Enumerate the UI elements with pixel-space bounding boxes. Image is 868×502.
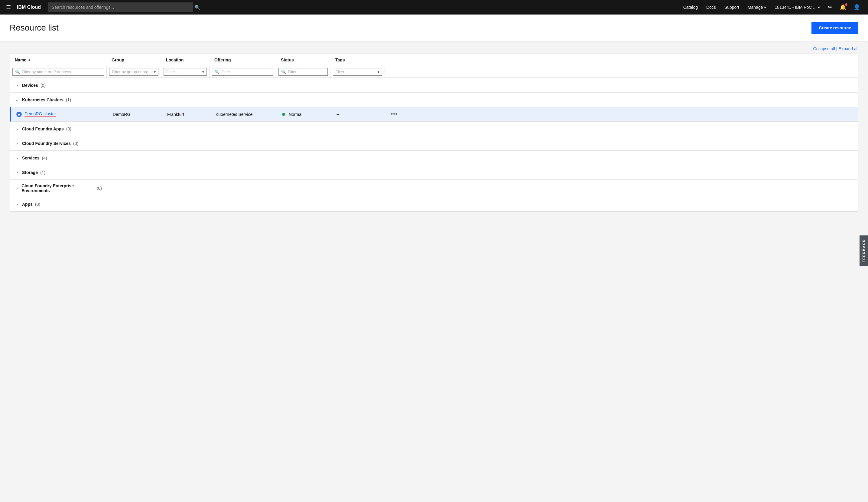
category-row-services[interactable]: › Services (4) [10, 151, 858, 165]
docs-link[interactable]: Docs [703, 2, 720, 12]
collapse-all-link[interactable]: Collapse all [813, 46, 835, 51]
category-row-kubernetes[interactable]: ⌄ Kubernetes Clusters (1) [10, 93, 858, 107]
filter-group-cell: Filter by group or org... ▾ [107, 66, 161, 78]
filter-offering-wrap: 🔍 [212, 68, 273, 76]
apps-name: Apps [22, 202, 33, 207]
category-kubernetes-cell: ⌄ Kubernetes Clusters (1) [10, 94, 107, 106]
filter-group-select[interactable]: Filter by group or org... [112, 70, 153, 74]
th-overflow [385, 54, 399, 66]
account-selector[interactable]: 1813441 - IBM PoC ... ▾ [771, 2, 824, 12]
feedback-tab[interactable]: FEEDBACK [859, 235, 868, 266]
filter-status-input[interactable] [288, 70, 325, 74]
filter-tags-select[interactable]: Filter... [335, 70, 376, 74]
page-title: Resource list [10, 23, 59, 33]
filter-location-select[interactable]: Filter... [166, 70, 201, 74]
page-content: Collapse all | Expand all Name ▲ Group L… [0, 41, 868, 502]
services-count: (4) [42, 155, 47, 160]
table-header: Name ▲ Group Location Offering Status Ta… [10, 54, 858, 66]
category-row-cfee[interactable]: › Cloud Foundry Enterprise Environments … [10, 180, 858, 197]
resource-location-cell: Frankfurt [162, 108, 211, 120]
apps-chevron-icon[interactable]: › [15, 202, 20, 207]
devices-count: (0) [41, 83, 46, 88]
cf-apps-count: (0) [66, 127, 71, 131]
category-row-storage[interactable]: › Storage (1) [10, 165, 858, 180]
expand-all-link[interactable]: Expand all [839, 46, 858, 51]
user-icon: 👤 [854, 4, 860, 10]
cf-services-count: (0) [73, 141, 78, 146]
kubernetes-cluster-icon [16, 111, 22, 118]
manage-chevron-icon: ▾ [764, 5, 766, 10]
filter-tags-wrap: Filter... ▾ [333, 68, 382, 76]
name-sort-icon: ▲ [28, 58, 31, 62]
devices-chevron-icon[interactable]: › [15, 83, 20, 88]
filter-location-cell: Filter... ▾ [161, 66, 209, 78]
filter-status-wrap: 🔍 [278, 68, 328, 76]
category-row-cf-services[interactable]: › Cloud Foundry Services (0) [10, 136, 858, 151]
resource-status-cell: Normal [277, 108, 332, 120]
notifications-button[interactable]: 🔔 [837, 1, 849, 13]
filter-offering-input[interactable] [221, 70, 271, 74]
table-row: DemoRG-cluster DemoRG Frankfurt Kubernet… [10, 107, 858, 122]
devices-name: Devices [22, 83, 38, 88]
category-row-devices[interactable]: › Devices (0) [10, 78, 858, 93]
global-search-input[interactable] [48, 2, 193, 12]
resource-overflow-menu[interactable]: ••• [391, 111, 397, 118]
apps-count: (0) [35, 202, 40, 207]
storage-name: Storage [22, 170, 38, 175]
th-name[interactable]: Name ▲ [10, 54, 107, 66]
status-text: Normal [289, 112, 302, 117]
category-storage-cell: › Storage (1) [10, 167, 107, 179]
cfee-count: (0) [97, 186, 102, 191]
cfee-chevron-icon[interactable]: › [15, 186, 19, 191]
user-profile-button[interactable]: 👤 [850, 1, 863, 13]
cf-services-chevron-icon[interactable]: › [15, 141, 20, 146]
manage-button[interactable]: Manage ▾ [744, 2, 770, 12]
category-apps-cell: › Apps (0) [10, 198, 107, 210]
category-services-cell: › Services (4) [10, 152, 107, 164]
category-cf-services-cell: › Cloud Foundry Services (0) [10, 137, 107, 150]
cf-apps-name: Cloud Foundry Apps [22, 127, 64, 131]
th-status: Status [276, 54, 330, 66]
category-devices-cell: › Devices (0) [10, 79, 107, 91]
category-cfee-cell: › Cloud Foundry Enterprise Environments … [10, 180, 107, 197]
filter-row: 🔍 Filter by group or org... ▾ Filter... [10, 66, 858, 78]
separator: | [836, 46, 837, 51]
filter-overflow-cell [385, 66, 399, 78]
brand-logo: IBM Cloud [17, 4, 41, 10]
filter-name-search-icon: 🔍 [15, 70, 20, 74]
status-dot-normal [282, 113, 285, 116]
catalog-link[interactable]: Catalog [680, 2, 701, 12]
page-header: Resource list Create resource [0, 14, 868, 41]
filter-offering-cell: 🔍 [209, 66, 276, 78]
navbar-links: Catalog Docs Support Manage ▾ 1813441 - … [680, 1, 863, 13]
resource-name-link[interactable]: DemoRG-cluster [24, 111, 56, 117]
resource-overflow-cell: ••• [386, 108, 401, 121]
resource-name-cell: DemoRG-cluster [11, 108, 108, 121]
category-row-apps[interactable]: › Apps (0) [10, 197, 858, 211]
filter-status-cell: 🔍 [276, 66, 330, 78]
notification-badge [845, 3, 847, 6]
kubernetes-count: (1) [66, 98, 71, 102]
resource-group-cell: DemoRG [108, 108, 162, 120]
filter-offering-search-icon: 🔍 [215, 70, 219, 74]
cf-apps-chevron-icon[interactable]: › [15, 127, 20, 131]
global-search-icon[interactable]: 🔍 [194, 4, 200, 10]
filter-name-wrap: 🔍 [12, 68, 104, 76]
filter-tags-cell: Filter... ▾ [330, 66, 385, 78]
resource-table: Name ▲ Group Location Offering Status Ta… [10, 53, 858, 212]
edit-button[interactable]: ✏ [825, 1, 835, 13]
create-resource-button[interactable]: Create resource [812, 22, 858, 34]
th-location: Location [161, 54, 209, 66]
filter-group-chevron-icon: ▾ [154, 70, 156, 74]
kubernetes-chevron-icon[interactable]: ⌄ [15, 98, 20, 102]
services-chevron-icon[interactable]: › [15, 155, 20, 160]
category-row-cf-apps[interactable]: › Cloud Foundry Apps (0) [10, 122, 858, 136]
cf-services-name: Cloud Foundry Services [22, 141, 71, 146]
support-link[interactable]: Support [721, 2, 743, 12]
storage-chevron-icon[interactable]: › [15, 170, 20, 175]
filter-tags-chevron-icon: ▾ [378, 70, 380, 74]
filter-location-wrap: Filter... ▾ [164, 68, 207, 76]
filter-name-input[interactable] [22, 70, 101, 74]
hamburger-button[interactable]: ☰ [5, 3, 12, 12]
filter-name-cell: 🔍 [10, 66, 107, 78]
